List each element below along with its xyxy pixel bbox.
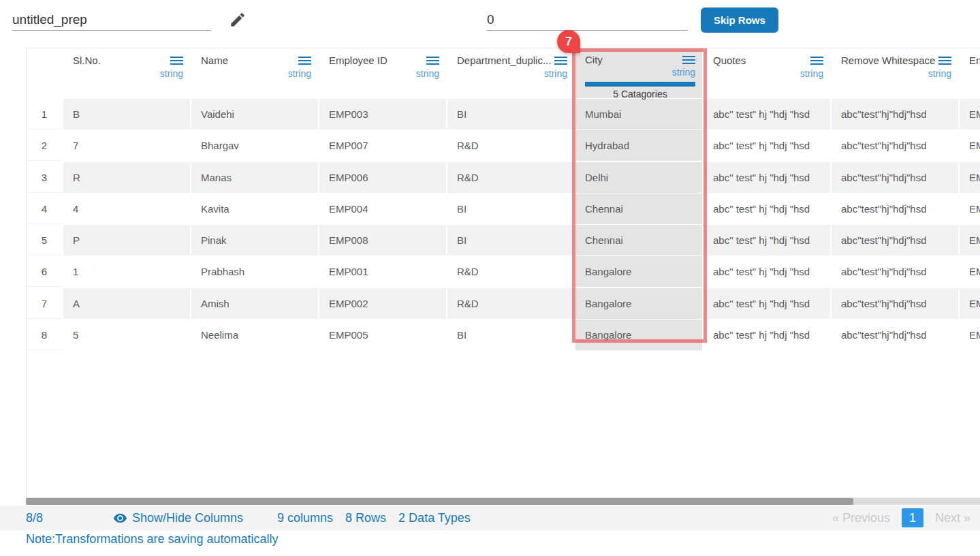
cell-name: Bhargav bbox=[191, 130, 318, 161]
row-number: 8 bbox=[27, 320, 62, 350]
row-number: 7 bbox=[27, 288, 62, 319]
column-menu-icon[interactable] bbox=[426, 57, 439, 67]
cell-en: EM bbox=[960, 225, 980, 256]
cell-department-duplic: BI bbox=[447, 225, 574, 256]
cell-department-duplic: R&D bbox=[447, 288, 574, 319]
column-type-label: string bbox=[457, 69, 567, 79]
current-page-button[interactable]: 1 bbox=[902, 508, 923, 527]
cell-department-duplic: BI bbox=[447, 99, 574, 129]
column-header-en[interactable]: Enstring bbox=[960, 48, 980, 98]
column-menu-icon[interactable] bbox=[170, 57, 183, 67]
edit-name-button[interactable] bbox=[227, 10, 248, 31]
column-menu-icon[interactable] bbox=[810, 57, 823, 67]
column-employee-id: Employee IDstringEMP003EMP007EMP006EMP00… bbox=[319, 48, 446, 351]
cell-quotes: abc" test" hj "hdj "hsd bbox=[704, 288, 830, 319]
column-header-top: City bbox=[585, 54, 695, 66]
cell-quotes: abc" test" hj "hdj "hsd bbox=[704, 162, 830, 193]
cell-en: EM bbox=[960, 320, 980, 350]
cell-en: EM bbox=[960, 256, 980, 287]
show-hide-columns-button[interactable]: Show/Hide Columns bbox=[113, 506, 243, 531]
table-stats: 9 columns 8 Rows 2 Data Types bbox=[277, 506, 479, 531]
cell-sl-no: R bbox=[63, 162, 190, 193]
cell-name: Kavita bbox=[191, 194, 318, 224]
pencil-icon bbox=[229, 11, 247, 29]
column-header-top: Employee ID bbox=[329, 55, 439, 67]
cell-name: Neelima bbox=[191, 320, 318, 350]
cell-employee-id: EMP006 bbox=[319, 162, 446, 193]
column-type-label: string bbox=[201, 69, 311, 79]
cell-remove-whitespace: abc"test"hj"hdj"hsd bbox=[832, 99, 958, 129]
column-header-sl-no[interactable]: Sl.No.string bbox=[63, 48, 190, 98]
cell-name: Pinak bbox=[191, 225, 318, 256]
cell-remove-whitespace: abc"test"hj"hdj"hsd bbox=[832, 320, 958, 350]
cell-department-duplic: BI bbox=[447, 320, 574, 350]
cell-name: Manas bbox=[191, 162, 318, 193]
eye-icon bbox=[113, 511, 127, 525]
column-menu-icon[interactable] bbox=[298, 57, 311, 67]
column-name: Name bbox=[201, 55, 228, 66]
row-number: 6 bbox=[27, 256, 62, 287]
column-type-label: string bbox=[841, 69, 951, 79]
column-remove-whitespace: Remove Whitespacestringabc"test"hj"hdj"h… bbox=[832, 48, 958, 351]
prep-name-input[interactable] bbox=[12, 9, 211, 31]
cell-sl-no: A bbox=[63, 288, 190, 319]
cell-en: EM bbox=[960, 194, 980, 224]
cell-quotes: abc" test" hj "hdj "hsd bbox=[704, 225, 830, 256]
cell-city: Bangalore bbox=[575, 256, 702, 287]
column-menu-icon[interactable] bbox=[938, 57, 951, 67]
column-header-top: Quotes bbox=[713, 55, 823, 67]
cell-employee-id: EMP005 bbox=[319, 320, 446, 350]
column-header-department-duplic[interactable]: Department_duplic...string bbox=[447, 48, 574, 98]
column-menu-icon[interactable] bbox=[554, 57, 567, 67]
cell-en: EM bbox=[960, 162, 980, 193]
next-page-button[interactable]: Next » bbox=[935, 511, 970, 525]
column-header-top: Remove Whitespace bbox=[841, 55, 951, 67]
row-number: 5 bbox=[27, 225, 62, 256]
column-type-label: string bbox=[329, 69, 439, 79]
column-header-name[interactable]: Namestring bbox=[191, 48, 318, 98]
columns-count-link[interactable]: 9 columns bbox=[277, 511, 333, 525]
previous-page-button[interactable]: « Previous bbox=[832, 511, 890, 525]
column-name: Sl.No. bbox=[73, 55, 101, 66]
column-name: Remove Whitespace bbox=[841, 55, 935, 66]
cell-remove-whitespace: abc"test"hj"hdj"hsd bbox=[832, 162, 958, 193]
column-header-top: Department_duplic... bbox=[457, 55, 567, 67]
cell-city: Mumbai bbox=[575, 99, 702, 129]
cell-sl-no: P bbox=[63, 225, 190, 256]
cell-employee-id: EMP008 bbox=[319, 225, 446, 256]
cell-name: Prabhash bbox=[191, 256, 318, 287]
cell-city: Bangalore bbox=[575, 288, 702, 319]
row-number: 2 bbox=[27, 130, 62, 161]
horizontal-scrollbar-thumb[interactable] bbox=[26, 498, 853, 505]
cell-quotes: abc" test" hj "hdj "hsd bbox=[704, 194, 830, 224]
column-menu-icon[interactable] bbox=[682, 56, 695, 66]
cell-employee-id: EMP003 bbox=[319, 99, 446, 129]
cell-department-duplic: R&D bbox=[447, 256, 574, 287]
column-name: NamestringVaidehiBhargavManasKavitaPinak… bbox=[191, 48, 318, 351]
row-number-column: 12345678 bbox=[27, 48, 62, 351]
column-header-employee-id[interactable]: Employee IDstring bbox=[319, 48, 446, 98]
skip-rows-button[interactable]: Skip Rows bbox=[701, 7, 778, 33]
column-header-top: Sl.No. bbox=[73, 55, 183, 67]
column-header-city[interactable]: Citystring5 Catagories bbox=[575, 48, 702, 98]
column-header-top: En bbox=[969, 55, 980, 67]
category-distribution-bar bbox=[585, 82, 695, 87]
datatypes-count-link[interactable]: 2 Data Types bbox=[398, 511, 471, 525]
cell-city: Chennai bbox=[575, 225, 702, 256]
column-sl-no: Sl.No.stringB7R4P1A5 bbox=[63, 48, 190, 351]
rows-count-link[interactable]: 8 Rows bbox=[345, 511, 386, 525]
pagination: « Previous 1 Next » bbox=[832, 506, 970, 531]
cell-name: Vaidehi bbox=[191, 99, 318, 129]
cell-employee-id: EMP002 bbox=[319, 288, 446, 319]
horizontal-scrollbar-track[interactable] bbox=[26, 498, 980, 505]
step-7-annotation-badge: 7 bbox=[557, 30, 580, 53]
cell-quotes: abc" test" hj "hdj "hsd bbox=[704, 130, 830, 161]
column-header-remove-whitespace[interactable]: Remove Whitespacestring bbox=[832, 48, 958, 98]
cell-sl-no: 7 bbox=[63, 130, 190, 161]
skip-rows-count-input[interactable] bbox=[487, 9, 688, 31]
cell-remove-whitespace: abc"test"hj"hdj"hsd bbox=[832, 130, 958, 161]
cell-employee-id: EMP004 bbox=[319, 194, 446, 224]
column-type-label: string bbox=[73, 69, 183, 79]
column-header-quotes[interactable]: Quotesstring bbox=[704, 48, 830, 98]
column-type-label: string bbox=[585, 67, 695, 78]
